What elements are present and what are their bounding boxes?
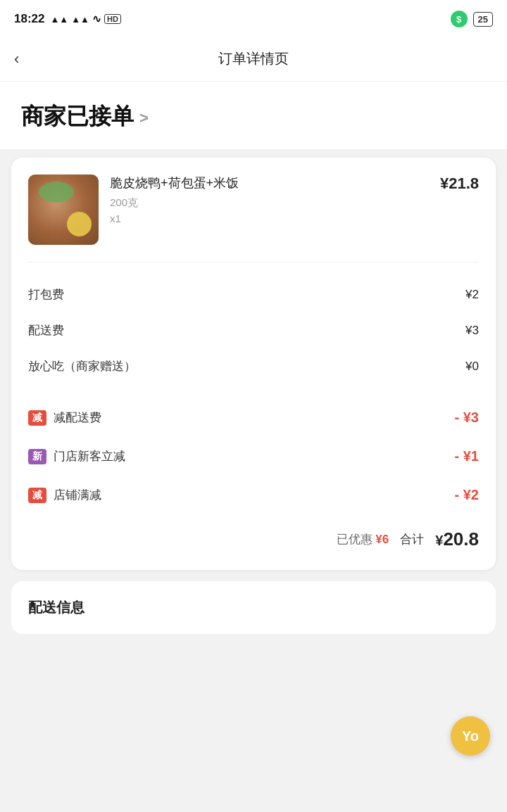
signal-icon-1: ▲▲ — [50, 14, 68, 25]
status-bar: 18:22 ▲▲ ▲▲ ∿ HD $ 25 — [0, 0, 507, 37]
fee-label-2: 放心吃（商家赠送） — [28, 358, 136, 374]
discount-value-1: - ¥1 — [455, 448, 479, 464]
delivery-section: 配送信息 — [11, 581, 496, 634]
item-weight: 200克 — [110, 196, 429, 210]
discount-badge-1: 新 — [28, 449, 46, 464]
summary-total-label: 合计 — [400, 531, 424, 547]
food-image-bg — [28, 175, 99, 245]
wifi-icon: ∿ — [92, 13, 101, 25]
discount-label-1: 门店新客立减 — [54, 448, 125, 464]
battery-badge: 25 — [473, 12, 493, 27]
order-card: 脆皮烧鸭+荷包蛋+米饭 200克 x1 ¥21.8 打包费 ¥2 配送费 ¥3 … — [11, 158, 496, 570]
discount-row-1: 新 门店新客立减 - ¥1 — [28, 437, 479, 476]
order-item-row: 脆皮烧鸭+荷包蛋+米饭 200克 x1 ¥21.8 — [28, 175, 479, 262]
back-icon: ‹ — [14, 50, 19, 68]
fee-label-1: 配送费 — [28, 322, 64, 338]
discounts-section: 减 减配送费 - ¥3 新 门店新客立减 - ¥1 减 店铺满减 - ¥2 — [28, 398, 479, 514]
avatar: Yo — [451, 716, 490, 756]
summary-total-amount: ¥20.8 — [435, 528, 479, 550]
time-display: 18:22 — [14, 12, 44, 26]
shield-icon: $ — [451, 11, 468, 27]
summary-saved-label: 已优惠 ¥6 — [337, 531, 389, 547]
fees-section: 打包费 ¥2 配送费 ¥3 放心吃（商家赠送） ¥0 — [28, 277, 479, 384]
discount-row-0: 减 减配送费 - ¥3 — [28, 398, 479, 437]
discount-value-0: - ¥3 — [455, 410, 479, 426]
delivery-title: 配送信息 — [28, 598, 479, 617]
total-symbol: ¥ — [435, 533, 443, 548]
discount-row-2: 减 店铺满减 - ¥2 — [28, 476, 479, 514]
hd-badge: HD — [104, 14, 121, 24]
summary-saved-amount: ¥6 — [375, 533, 389, 546]
summary-row: 已优惠 ¥6 合计 ¥20.8 — [28, 514, 479, 553]
order-status-section[interactable]: 商家已接单 > — [0, 82, 507, 149]
page-title: 订单详情页 — [218, 49, 289, 68]
discount-badge-2: 减 — [28, 488, 46, 503]
order-status-heading: 商家已接单 — [21, 101, 134, 132]
discount-label-0: 减配送费 — [54, 410, 101, 426]
discount-value-2: - ¥2 — [455, 487, 479, 503]
fee-label-0: 打包费 — [28, 286, 64, 303]
fee-value-2: ¥0 — [465, 360, 479, 374]
back-button[interactable]: ‹ — [14, 50, 19, 68]
item-qty: x1 — [110, 212, 429, 224]
nav-bar: ‹ 订单详情页 — [0, 37, 507, 82]
item-info: 脆皮烧鸭+荷包蛋+米饭 200克 x1 — [110, 175, 429, 224]
fee-row-1: 配送费 ¥3 — [28, 312, 479, 348]
page-content: 商家已接单 > 脆皮烧鸭+荷包蛋+米饭 200克 x1 ¥21.8 打包费 ¥2 — [0, 82, 507, 634]
discount-label-2: 店铺满减 — [54, 487, 101, 503]
fee-value-0: ¥2 — [465, 288, 479, 302]
fee-value-1: ¥3 — [465, 324, 479, 338]
fee-row-0: 打包费 ¥2 — [28, 277, 479, 312]
item-price: ¥21.8 — [440, 175, 479, 193]
signal-icon-2: ▲▲ — [71, 14, 89, 25]
status-chevron-icon: > — [139, 109, 149, 127]
item-name: 脆皮烧鸭+荷包蛋+米饭 — [110, 175, 429, 192]
discount-badge-0: 减 — [28, 410, 46, 426]
item-image — [28, 175, 99, 245]
fee-row-2: 放心吃（商家赠送） ¥0 — [28, 348, 479, 384]
avatar-text: Yo — [462, 728, 479, 744]
